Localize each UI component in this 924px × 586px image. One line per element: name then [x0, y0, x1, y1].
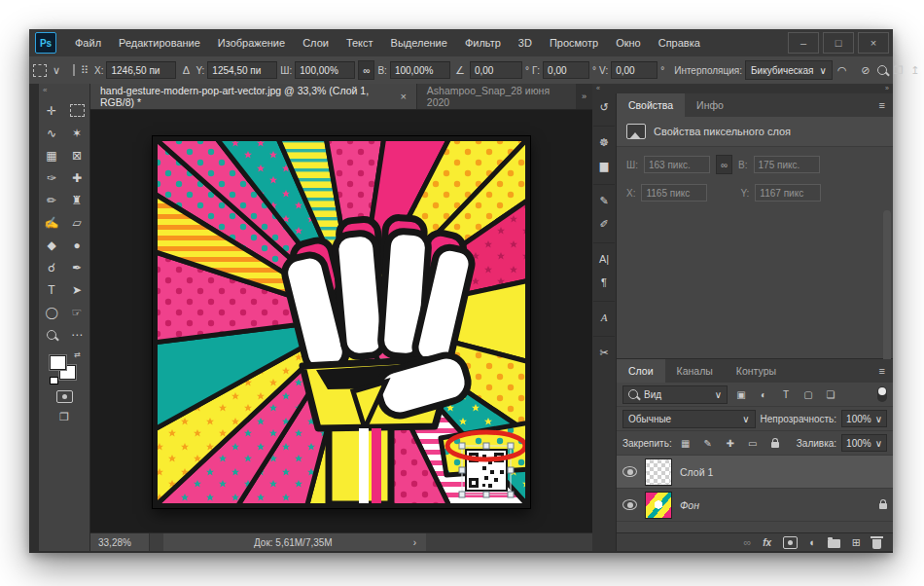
vertical-skew-field[interactable]	[611, 61, 657, 79]
lasso-tool[interactable]: ∿	[39, 122, 64, 144]
menu-file[interactable]: Файл	[66, 29, 110, 56]
lock-image-pixels-icon[interactable]: ✎	[699, 434, 717, 452]
layer-row-background[interactable]: Фон	[617, 489, 893, 522]
canvas-workspace[interactable]	[90, 109, 592, 533]
lock-transparent-pixels-icon[interactable]: ▦	[677, 434, 694, 452]
toolbar-collapse-icon[interactable]: «	[39, 84, 89, 99]
warp-mode-icon[interactable]: ◠	[835, 61, 849, 79]
filter-smart-objects-icon[interactable]: ❏	[822, 385, 839, 403]
zoom-tool[interactable]	[39, 323, 64, 346]
maximize-button[interactable]: □	[823, 32, 854, 54]
history-brush-tool[interactable]: ✍	[39, 211, 64, 234]
lock-all-icon[interactable]	[766, 434, 784, 452]
delete-layer-icon[interactable]	[872, 536, 881, 549]
menu-image[interactable]: Изображение	[209, 29, 294, 56]
eyedropper-tool[interactable]: ✑	[39, 166, 64, 189]
new-adjustment-layer-icon[interactable]: ◐	[809, 536, 816, 548]
share-icon[interactable]: ↥	[908, 61, 922, 79]
dodge-tool[interactable]: ☌	[39, 256, 64, 278]
rotation-field[interactable]	[470, 61, 522, 79]
character-panel-icon[interactable]: A|	[593, 242, 615, 271]
interpolation-select[interactable]: Бикубическая ∨	[745, 60, 833, 80]
menu-window[interactable]: Окно	[607, 29, 650, 56]
cancel-transform-icon[interactable]: ⊘	[859, 61, 872, 79]
fill-field[interactable]: 100% ∨	[841, 434, 887, 452]
glyphs-panel-icon[interactable]: A	[593, 301, 615, 329]
reference-point-grid-icon[interactable]: ⠿	[78, 61, 91, 79]
opacity-field[interactable]: 100% ∨	[841, 410, 887, 427]
layer-filtering-toggle[interactable]	[877, 386, 887, 402]
type-tool[interactable]: T	[39, 278, 64, 301]
quick-selection-tool[interactable]: ✶	[64, 122, 89, 144]
tab-channels[interactable]: Каналы	[665, 359, 725, 383]
lock-position-icon[interactable]: ✚	[722, 434, 739, 452]
y-position-field[interactable]	[207, 61, 277, 79]
paragraph-panel-icon[interactable]: ¶	[593, 271, 615, 294]
zoom-level-field[interactable]: 33,28%	[90, 533, 150, 551]
maintain-aspect-ratio-icon[interactable]: ∞	[358, 60, 374, 80]
menu-edit[interactable]: Редактирование	[110, 29, 209, 56]
tab-properties[interactable]: Свойства	[617, 93, 685, 117]
filter-shape-layers-icon[interactable]: ▢	[800, 385, 817, 403]
tool-presets-panel-icon[interactable]: ✂	[593, 336, 615, 364]
rotate-view-tool[interactable]: ☞	[64, 301, 89, 323]
horizontal-skew-field[interactable]	[543, 61, 589, 79]
blur-tool[interactable]: ●	[64, 234, 89, 256]
background-thumbnail[interactable]	[645, 492, 672, 519]
x-position-field[interactable]	[106, 61, 176, 79]
layers-menu-icon[interactable]: ≡	[871, 359, 893, 383]
status-chevron-icon[interactable]: ›	[413, 537, 416, 548]
crop-tool[interactable]: ▦	[39, 144, 64, 166]
history-panel-icon[interactable]: ↺	[593, 95, 615, 119]
tab-close-icon[interactable]: ×	[400, 91, 406, 102]
document-tab-inactive[interactable]: Ashampoo_Snap_28 июня 2020	[416, 84, 576, 109]
prop-height-field[interactable]: 175 пикс.	[754, 156, 820, 173]
layer-name[interactable]: Фон	[680, 499, 699, 511]
brush-settings-panel-icon[interactable]: ✎	[593, 184, 615, 212]
menu-select[interactable]: Выделение	[382, 29, 456, 56]
adjustments-panel-icon[interactable]: ☸	[593, 126, 615, 154]
close-button[interactable]: ×	[858, 32, 889, 54]
menu-type[interactable]: Текст	[338, 29, 382, 56]
tab-info[interactable]: Инфо	[685, 93, 735, 117]
tab-paths[interactable]: Контуры	[725, 359, 788, 383]
minimize-button[interactable]: –	[788, 32, 819, 54]
tab-layers[interactable]: Слои	[617, 359, 665, 383]
toggle-reference-point-checkbox[interactable]	[73, 64, 75, 76]
layer-row-layer1[interactable]: Слой 1	[617, 456, 893, 489]
edit-toolbar-button[interactable]: ⋯	[64, 323, 89, 346]
frame-tool[interactable]: ⊠	[64, 144, 89, 166]
quick-mask-icon[interactable]	[56, 390, 73, 403]
visibility-eye-icon[interactable]	[622, 499, 637, 510]
gradient-tool[interactable]: ◆	[39, 234, 64, 256]
tab-overflow-icon[interactable]: »	[576, 84, 592, 109]
prop-link-icon[interactable]: ∞	[716, 155, 732, 174]
transform-tool-icon[interactable]	[33, 61, 47, 79]
default-colors-icon[interactable]	[50, 377, 58, 385]
workspace-icon[interactable]: ❐	[892, 61, 906, 79]
path-selection-tool[interactable]: ➤	[64, 278, 89, 301]
layer-effects-icon[interactable]: fx	[763, 537, 771, 548]
brushes-panel-icon[interactable]: ✐	[593, 212, 615, 236]
layer-filter-select[interactable]: Вид ∨	[622, 385, 728, 404]
menu-help[interactable]: Справка	[650, 29, 709, 56]
pen-tool[interactable]: ✒	[64, 256, 89, 278]
menu-view[interactable]: Просмотр	[541, 29, 607, 56]
spot-healing-brush-tool[interactable]: ✚	[64, 166, 89, 189]
link-layers-icon[interactable]: ∞	[743, 536, 751, 548]
filter-pixel-layers-icon[interactable]: ▣	[732, 385, 750, 403]
document-tab-active[interactable]: hand-gesture-modern-pop-art-vector.jpg @…	[90, 84, 416, 109]
panel-menu-icon[interactable]: ≡	[871, 93, 893, 117]
visibility-eye-icon[interactable]	[622, 466, 637, 477]
relative-position-icon[interactable]: Δ	[179, 61, 193, 79]
brush-tool[interactable]: ✏	[39, 189, 64, 211]
screen-mode-icon[interactable]: ❐	[59, 411, 69, 423]
move-tool[interactable]: ✛	[39, 99, 64, 122]
prop-x-field[interactable]: 1165 пикс	[641, 184, 707, 201]
filter-adjustment-layers-icon[interactable]: ◐	[755, 385, 772, 403]
foreground-color-swatch[interactable]	[50, 355, 66, 370]
height-scale-field[interactable]	[390, 61, 450, 79]
new-group-icon[interactable]	[828, 536, 840, 548]
clone-stamp-tool[interactable]: ♜	[64, 189, 89, 211]
width-scale-field[interactable]	[295, 61, 355, 79]
